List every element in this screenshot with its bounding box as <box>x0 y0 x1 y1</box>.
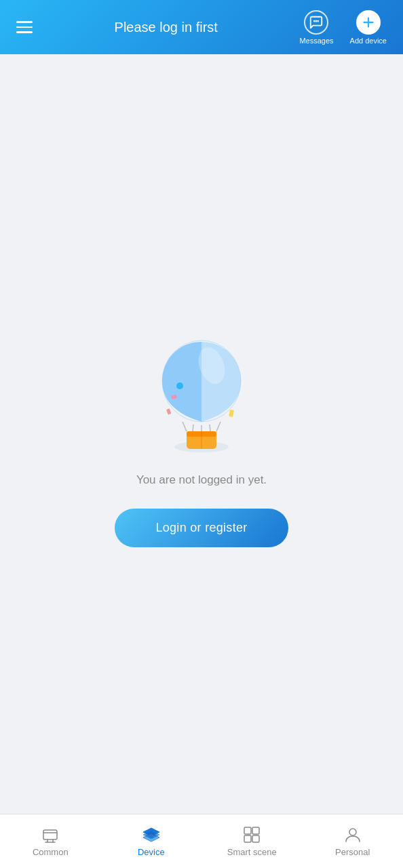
not-logged-text: You are not logged in yet. <box>136 473 267 487</box>
svg-line-11 <box>210 425 210 431</box>
svg-rect-29 <box>252 827 259 834</box>
nav-item-common[interactable]: Common <box>0 820 101 863</box>
svg-point-0 <box>314 20 315 21</box>
nav-item-personal[interactable]: Personal <box>303 820 404 863</box>
app-header: Please log in first Messages Ad <box>0 0 403 54</box>
common-label: Common <box>33 847 69 857</box>
personal-icon <box>343 825 362 844</box>
smart-scene-label: Smart scene <box>227 847 277 857</box>
svg-point-32 <box>349 829 356 835</box>
add-device-icon <box>356 10 381 35</box>
svg-rect-18 <box>229 410 234 417</box>
svg-rect-30 <box>244 835 251 842</box>
main-content: You are not logged in yet. Login or regi… <box>0 54 403 814</box>
svg-line-9 <box>193 425 193 431</box>
messages-button[interactable]: Messages <box>294 7 339 47</box>
page-title: Please log in first <box>38 20 294 35</box>
menu-button[interactable] <box>11 16 38 39</box>
svg-point-2 <box>318 20 319 21</box>
empty-state-illustration <box>134 321 269 457</box>
nav-item-smart-scene[interactable]: Smart scene <box>202 820 303 863</box>
messages-label: Messages <box>299 37 333 45</box>
smart-scene-icon <box>242 825 261 844</box>
svg-rect-19 <box>166 408 171 414</box>
svg-line-12 <box>216 422 220 431</box>
svg-point-1 <box>316 20 317 21</box>
svg-line-8 <box>183 422 187 431</box>
svg-point-17 <box>176 382 183 389</box>
svg-rect-28 <box>244 827 251 834</box>
personal-label: Personal <box>335 847 370 857</box>
device-label: Device <box>138 847 165 857</box>
svg-rect-31 <box>252 835 259 842</box>
messages-icon <box>304 10 328 35</box>
common-icon <box>41 825 60 844</box>
bottom-navigation: Common Device Smart scene <box>0 814 403 868</box>
add-device-label: Add device <box>350 37 387 45</box>
add-device-button[interactable]: Add device <box>345 7 392 47</box>
header-actions: Messages Add device <box>294 7 392 47</box>
login-register-button[interactable]: Login or register <box>115 509 288 547</box>
nav-item-device[interactable]: Device <box>101 820 202 863</box>
svg-rect-20 <box>43 830 57 840</box>
device-icon <box>142 825 161 844</box>
